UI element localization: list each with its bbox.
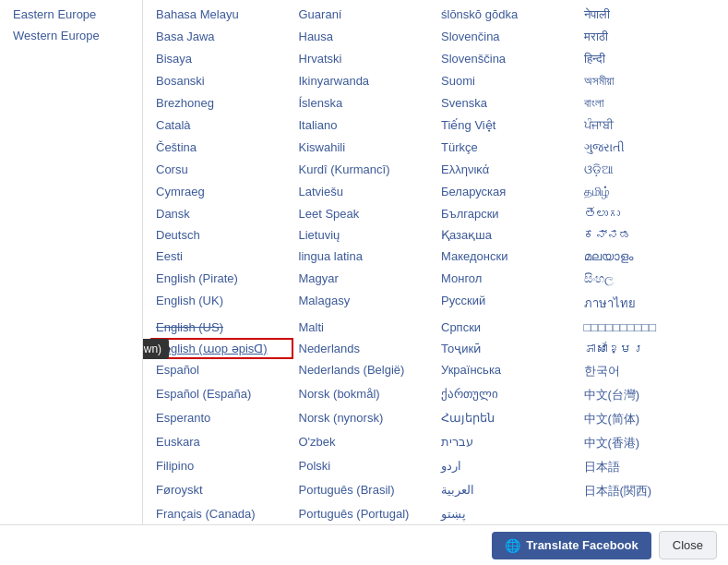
lang-item[interactable]: Malti (293, 317, 436, 338)
lang-item[interactable]: Nederlands (293, 338, 436, 359)
lang-item[interactable]: Polski (293, 455, 436, 479)
lang-item[interactable]: Leet Speak (293, 203, 436, 224)
lang-item[interactable] (579, 503, 722, 524)
lang-item[interactable]: සිංහල (579, 268, 722, 290)
region-sidebar: Eastern Europe Western Europe (0, 0, 143, 565)
lang-item[interactable]: ślōnskŏ gŏdka (436, 4, 579, 26)
lang-item[interactable]: 한국어 (579, 359, 722, 383)
lang-item[interactable]: Македонски (436, 246, 579, 268)
lang-item[interactable]: ภาษาไทย (579, 290, 722, 317)
lang-item[interactable]: 中文(简体) (579, 407, 722, 431)
translate-facebook-button[interactable]: 🌐 Translate Facebook (492, 532, 650, 559)
lang-item[interactable]: Հայերեն (436, 407, 579, 431)
lang-item[interactable]: English (US) (150, 317, 293, 338)
lang-item[interactable]: Kurdî (Kurmancî) (293, 159, 436, 181)
lang-item[interactable]: Español (España) (150, 383, 293, 407)
lang-item[interactable]: অসমীয়া (579, 70, 722, 92)
lang-item[interactable]: O'zbek (293, 431, 436, 455)
lang-item[interactable]: Српски (436, 317, 579, 338)
lang-item[interactable]: English (UK) (150, 290, 293, 317)
sidebar-item-western-europe[interactable]: Western Europe (7, 25, 135, 46)
lang-item[interactable]: ಕನ್ನಡ (579, 224, 722, 246)
lang-item[interactable]: 日本語(関西) (579, 479, 722, 503)
lang-item[interactable]: தமிழ் (579, 181, 722, 203)
lang-item[interactable]: Slovenčina (436, 26, 579, 48)
lang-item[interactable]: Тоҷикӣ (436, 338, 579, 359)
close-button[interactable]: Close (659, 531, 717, 559)
lang-item[interactable]: Español (150, 359, 293, 383)
lang-item[interactable]: മലയാളം (579, 246, 722, 268)
lang-item[interactable]: ქართული (436, 383, 579, 407)
lang-item[interactable]: Eesti (150, 246, 293, 268)
lang-item[interactable]: Dansk (150, 203, 293, 224)
lang-item[interactable]: Slovenščina (436, 48, 579, 70)
lang-item[interactable]: Français (Canada) (150, 503, 293, 524)
lang-item[interactable]: □□□□□□□□□□ (579, 317, 722, 338)
lang-item[interactable]: हिन्दी (579, 48, 722, 70)
lang-item[interactable]: Svenska (436, 92, 579, 114)
lang-item[interactable]: Norsk (bokmål) (293, 383, 436, 407)
lang-item[interactable]: Монгол (436, 268, 579, 290)
lang-item[interactable]: English (Pirate) (150, 268, 293, 290)
lang-item[interactable]: Esperanto (150, 407, 293, 431)
lang-item[interactable]: Latviešu (293, 181, 436, 203)
lang-item[interactable]: Filipino (150, 455, 293, 479)
lang-item[interactable]: עברית (436, 431, 579, 455)
lang-item[interactable]: ગુજરાતી (579, 137, 722, 159)
lang-item[interactable]: Русский (436, 290, 579, 317)
lang-item[interactable]: नेपाली (579, 4, 722, 26)
lang-item[interactable]: Українська (436, 359, 579, 383)
lang-item-english-upside-down[interactable]: English (ɯop ǝpisᗡ)English (Upside Down) (150, 338, 293, 359)
lang-item[interactable]: Ελληνικά (436, 159, 579, 181)
lang-item[interactable]: ਪੰਜਾਬੀ (579, 114, 722, 137)
lang-item[interactable]: Kiswahili (293, 137, 436, 159)
lang-item[interactable]: मराठी (579, 26, 722, 48)
lang-item[interactable]: اردو (436, 455, 579, 479)
lang-item[interactable]: Bisaya (150, 48, 293, 70)
lang-item[interactable]: 日本語 (579, 455, 722, 479)
lang-item[interactable]: Cymraeg (150, 181, 293, 203)
lang-item[interactable]: Català (150, 114, 293, 137)
lang-item[interactable]: Hrvatski (293, 48, 436, 70)
lang-item[interactable]: lingua latina (293, 246, 436, 268)
lang-item[interactable]: Қазақша (436, 224, 579, 246)
lang-item[interactable]: 中文(香港) (579, 431, 722, 455)
lang-item[interactable]: বাংলা (579, 92, 722, 114)
sidebar-item-eastern-europe[interactable]: Eastern Europe (7, 4, 135, 25)
lang-item[interactable]: Nederlands (België) (293, 359, 436, 383)
lang-item[interactable]: Português (Brasil) (293, 479, 436, 503)
lang-item[interactable]: Føroyskt (150, 479, 293, 503)
lang-item[interactable]: Magyar (293, 268, 436, 290)
lang-item[interactable]: Tiếng Việt (436, 114, 579, 137)
lang-item[interactable]: Lietuvių (293, 224, 436, 246)
lang-item[interactable]: Hausa (293, 26, 436, 48)
lang-item[interactable]: ଓଡ଼ିଆ (579, 159, 722, 181)
lang-item[interactable]: Basa Jawa (150, 26, 293, 48)
lang-item[interactable]: Български (436, 203, 579, 224)
lang-item[interactable]: العربية (436, 479, 579, 503)
lang-item[interactable]: پښتو (436, 503, 579, 524)
lang-item[interactable]: Čeština (150, 137, 293, 159)
lang-item[interactable]: Deutsch (150, 224, 293, 246)
lang-item[interactable]: Brezhoneg (150, 92, 293, 114)
lang-item[interactable]: Беларуская (436, 181, 579, 203)
lang-item[interactable]: Ikinyarwanda (293, 70, 436, 92)
lang-item[interactable]: Norsk (nynorsk) (293, 407, 436, 431)
lang-item[interactable]: 中文(台灣) (579, 383, 722, 407)
language-list: Bahasa MelayuGuaraníślōnskŏ gŏdkaनेपालीB… (143, 0, 728, 565)
lang-item[interactable]: Suomi (436, 70, 579, 92)
lang-item[interactable]: Malagasy (293, 290, 436, 317)
lang-item[interactable]: Bosanski (150, 70, 293, 92)
lang-item[interactable]: Guaraní (293, 4, 436, 26)
lang-item[interactable]: Bahasa Melayu (150, 4, 293, 26)
lang-item[interactable]: Euskara (150, 431, 293, 455)
globe-icon: 🌐 (505, 538, 520, 553)
lang-item[interactable]: Türkçe (436, 137, 579, 159)
lang-item[interactable]: Português (Portugal) (293, 503, 436, 524)
lang-item[interactable]: తెలుగు (579, 203, 722, 224)
language-grid: Bahasa MelayuGuaraníślōnskŏ gŏdkaनेपालीB… (150, 4, 721, 524)
lang-item[interactable]: Italiano (293, 114, 436, 137)
lang-item[interactable]: Íslenska (293, 92, 436, 114)
lang-item[interactable]: Corsu (150, 159, 293, 181)
lang-item[interactable]: ភាសាខ្មែរ (579, 338, 722, 359)
